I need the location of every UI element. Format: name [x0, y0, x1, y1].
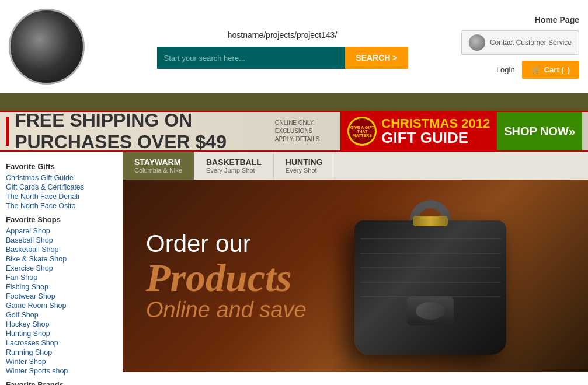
sidebar-link-winter-sports[interactable]: Winter Sports shop [6, 366, 117, 376]
center-area: hostname/projects/project143/ SEARCH > [108, 24, 457, 69]
favorite-shops-title: Favorite Shops [6, 215, 117, 224]
promo-banner: FREE SHIPPING ON PURCHASES OVER $49 ONLI… [0, 111, 588, 152]
sidebar-link[interactable]: Christmas Gift Guide [6, 173, 117, 183]
tab-hunting[interactable]: HUNTING Every Shot [274, 152, 335, 180]
search-input[interactable] [157, 47, 346, 69]
search-button[interactable]: SEARCH > [345, 47, 408, 69]
tab-staywarm-sub: Columbia & Nike [134, 167, 182, 174]
sidebar-link[interactable]: Fishing Shop [6, 282, 117, 292]
tab-basketball-sub: Every Jump Shot [206, 167, 262, 174]
logo-area [9, 9, 108, 85]
content-area: STAYWARM Columbia & Nike BASKETBALL Ever… [123, 152, 588, 385]
tab-basketball-title: BASKETBALL [206, 158, 262, 167]
hero-line3: Online and save [146, 298, 307, 323]
sidebar-link[interactable]: Running Shop [6, 348, 117, 357]
sidebar-link[interactable]: Gift Cards & Certificates [6, 183, 117, 192]
sidebar-link[interactable]: Hunting Shop [6, 329, 117, 338]
home-page-link[interactable]: Home Page [535, 15, 579, 24]
gift-guide-banner: GIVE A GIFT THAT MATTERS CHRISTMAS 2012 … [340, 111, 497, 152]
logo-image [9, 9, 85, 85]
contact-button[interactable]: Contact Customer Service [461, 30, 579, 55]
sidebar-link-golf[interactable]: Golf Shop [6, 310, 117, 320]
hero-line2: Products [146, 258, 307, 298]
gift-guide-label: GIFT GUIDE [381, 130, 490, 145]
tab-hunting-title: HUNTING [286, 158, 323, 167]
cart-label: Cart ( [544, 65, 564, 74]
favorite-brands-title: Favorite Brands [6, 380, 117, 385]
sidebar-link[interactable]: The North Face Osito [6, 201, 117, 211]
sidebar-link[interactable]: Baseball Shop [6, 236, 117, 245]
sidebar-link[interactable]: The North Face Denali [6, 192, 117, 201]
christmas-info: CHRISTMAS 2012 GIFT GUIDE [381, 117, 490, 145]
main-content: Favorite Gifts Christmas Gift Guide Gift… [0, 152, 588, 385]
header: hostname/projects/project143/ SEARCH > H… [0, 0, 588, 93]
sidebar-link[interactable]: Basketball Shop [6, 245, 117, 254]
hero-line1: Order our [146, 230, 307, 258]
sidebar-link[interactable]: Apparel Shop [6, 226, 117, 236]
tab-staywarm[interactable]: STAYWARM Columbia & Nike [123, 152, 194, 180]
shop-now-button[interactable]: SHOP NOW» [497, 111, 582, 152]
sidebar-link[interactable]: Bike & Skate Shop [6, 254, 117, 264]
hero-section: Order our Products Online and save [123, 180, 588, 372]
avatar-icon [469, 34, 485, 51]
contact-label: Contact Customer Service [490, 38, 572, 47]
hero-text: Order our Products Online and save [146, 230, 307, 323]
sidebar-link[interactable]: Game Room Shop [6, 301, 117, 310]
tab-basketball[interactable]: BASKETBALL Every Jump Shot [194, 152, 274, 180]
nav-bar [0, 93, 588, 111]
christmas-year: CHRISTMAS 2012 [381, 117, 490, 130]
url-text: hostname/projects/project143/ [228, 30, 338, 40]
right-area: Home Page Contact Customer Service Login… [457, 15, 579, 79]
sidebar-link[interactable]: Hockey Shop [6, 320, 117, 329]
search-bar: SEARCH > [157, 47, 408, 69]
login-cart-area: Login 🛒 Cart ( ) [496, 61, 579, 79]
online-only-text: ONLINE ONLY. EXCLUSIONS APPLY. DETAILS [275, 119, 329, 144]
tab-bar: STAYWARM Columbia & Nike BASKETBALL Ever… [123, 152, 588, 180]
tab-hunting-sub: Every Shot [286, 167, 323, 174]
login-link[interactable]: Login [496, 65, 515, 74]
sidebar: Favorite Gifts Christmas Gift Guide Gift… [0, 152, 123, 385]
sidebar-link[interactable]: Winter Shop [6, 357, 117, 366]
sidebar-link[interactable]: Exercise Shop [6, 264, 117, 273]
favorite-gifts-title: Favorite Gifts [6, 162, 117, 171]
sidebar-link[interactable]: Fan Shop [6, 273, 117, 282]
banner-red-stripe [6, 117, 9, 146]
gift-circle: GIVE A GIFT THAT MATTERS [347, 117, 377, 146]
sidebar-link[interactable]: Footwear Shop [6, 292, 117, 301]
cart-button[interactable]: 🛒 Cart ( ) [522, 61, 579, 79]
hero-bag-image [354, 191, 530, 366]
free-shipping-text: FREE SHIPPING ON PURCHASES OVER $49 [15, 111, 269, 152]
sidebar-link[interactable]: Lacrosses Shop [6, 338, 117, 348]
cart-icon-small: 🛒 [531, 65, 541, 74]
tab-staywarm-title: STAYWARM [134, 158, 182, 167]
